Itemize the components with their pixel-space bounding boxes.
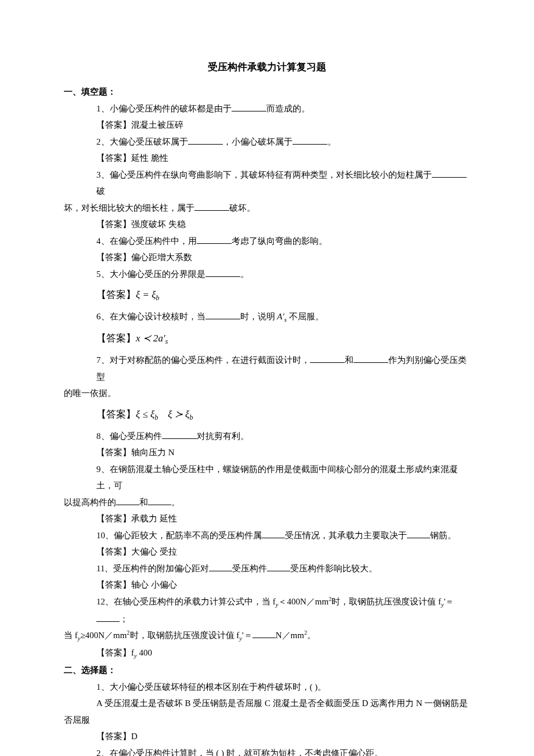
q9-line2-c: 。	[171, 498, 180, 507]
q7-text-a: 7、对于对称配筋的偏心受压构件，在进行截面设计时，	[96, 355, 310, 365]
q12-b: ＜400N／mm	[278, 597, 329, 606]
blank	[148, 496, 171, 505]
q11-text-c: 受压构件影响比较大。	[290, 564, 377, 573]
q10-text-a: 10、偏心距较大，配筋率不高的受压构件属	[96, 531, 262, 540]
q2-text-c: 。	[327, 137, 336, 146]
blank	[197, 235, 232, 244]
a8: 【答案】轴向压力 N	[64, 444, 470, 461]
blank	[205, 268, 240, 277]
q12-line2: 当 fy≥400N／mm2时，取钢筋抗压强度设计值 fy'＝N／mm2。	[64, 627, 470, 645]
blank	[162, 430, 197, 438]
a6-label: 【答案】	[96, 333, 136, 344]
section1-heading: 一、填空题：	[64, 84, 470, 100]
q8: 8、偏心受压构件对抗剪有利。	[64, 428, 470, 445]
blank	[209, 562, 232, 571]
a4: 【答案】偏心距增大系数	[64, 249, 470, 266]
a10: 【答案】大偏心 受拉	[64, 543, 470, 560]
q9-line2-b: 和	[139, 498, 148, 507]
blank	[267, 562, 290, 571]
blank	[96, 613, 120, 621]
a11: 【答案】轴心 小偏心	[64, 577, 470, 593]
q8-text-a: 8、偏心受压构件	[96, 431, 162, 441]
q6-formula: A′s	[277, 312, 287, 321]
blank	[116, 496, 139, 505]
q7-text-b: 和	[345, 355, 353, 365]
q1: 1、小偏心受压构件的破坏都是由于而造成的。	[64, 100, 470, 117]
q12-l2-d: '＝	[242, 631, 252, 640]
a7-label: 【答案】	[96, 409, 136, 420]
a7-formula1: ξ ≤ ξb	[136, 409, 158, 420]
a1: 【答案】混凝土被压碎	[64, 117, 470, 134]
q2: 2、大偏心受压破坏属于，小偏心破坏属于。	[64, 134, 470, 150]
a2: 【答案】延性 脆性	[64, 150, 470, 167]
q11: 11、受压构件的附加偏心距对受压构件受压构件影响比较大。	[64, 560, 470, 577]
a7-formula2: ξ ≻ ξb	[168, 409, 193, 420]
q6-text-b: 时，说明	[240, 312, 275, 321]
q10-text-b: 受压情况，其承载力主要取决于	[285, 531, 407, 540]
a3: 【答案】强度破坏 失稳	[64, 216, 470, 233]
q12-l2-e: N／mm	[276, 631, 304, 640]
a6: 【答案】x ≺ 2a′s	[64, 329, 470, 348]
q12-line1: 12、在轴心受压构件的承载力计算公式中，当 fy＜400N／mm2时，取钢筋抗压…	[64, 593, 470, 627]
s2-q1: 1、大小偏心受压破坏特征的根本区别在于构件破坏时，( )。	[64, 679, 470, 696]
blank	[407, 529, 430, 538]
q10-text-c: 钢筋。	[430, 531, 456, 540]
q12-l2-f: 。	[307, 631, 316, 640]
a12: 【答案】fy 400	[64, 645, 470, 662]
a5: 【答案】ξ = ξb	[64, 286, 470, 305]
q6: 6、在大偏心设计校核时，当时，说明 A′s 不屈服。	[64, 308, 470, 326]
a12-label: 【答案】f	[96, 648, 134, 657]
q9-line2: 以提高构件的和。	[64, 494, 470, 511]
q11-text-a: 11、受压构件的附加偏心距对	[96, 564, 209, 573]
q2-text-b: ，小偏心破坏属于	[223, 137, 293, 146]
blank	[205, 311, 240, 319]
blank	[232, 103, 266, 111]
q8-text-b: 对抗剪有利。	[197, 431, 249, 441]
s2-q1-opts: A 受压混凝土是否破坏 B 受压钢筋是否屈服 C 混凝土是否全截面受压 D 远离…	[64, 695, 470, 712]
section2-heading: 二、选择题：	[64, 662, 470, 679]
s2-a1: 【答案】D	[64, 728, 470, 745]
q12-l2-b: ≥400N／mm	[80, 631, 127, 640]
blank	[262, 529, 285, 538]
q9-line1: 9、在钢筋混凝土轴心受压柱中，螺旋钢筋的作用是使截面中间核心部分的混凝土形成约束…	[64, 461, 470, 494]
q7-line1: 7、对于对称配筋的偏心受压构件，在进行截面设计时，和作为判别偏心受压类型	[64, 352, 470, 385]
q3-line2: 坏，对长细比较大的细长柱，属于破坏。	[64, 200, 470, 217]
q9-line2-a: 以提高构件的	[64, 498, 116, 507]
q4-text-a: 4、在偏心受压构件中，用	[96, 236, 197, 246]
q3-line1: 3、偏心受压构件在纵向弯曲影响下，其破坏特征有两种类型，对长细比较小的短柱属于破	[64, 167, 470, 200]
a5-formula: ξ = ξb	[136, 289, 159, 300]
q3-text-b: 破	[96, 186, 105, 196]
s2-q2: 2、在偏心受压构件计算时，当 ( ) 时，就可称为短柱，不考虑修正偏心距。	[64, 745, 470, 756]
a9: 【答案】承载力 延性	[64, 510, 470, 527]
blank	[310, 354, 345, 363]
q3-line2-b: 破坏。	[229, 203, 255, 213]
q4: 4、在偏心受压构件中，用考虑了纵向弯曲的影响。	[64, 233, 470, 250]
q12-l2-c: 时，取钢筋抗压强度设计值 f	[130, 631, 240, 640]
blank	[194, 202, 229, 211]
q10: 10、偏心距较大，配筋率不高的受压构件属受压情况，其承载力主要取决于钢筋。	[64, 527, 470, 544]
blank	[188, 136, 223, 145]
q6-text-c: 不屈服。	[289, 312, 324, 321]
q5-text-b: 。	[240, 269, 249, 279]
q12-d: '＝	[444, 597, 454, 606]
blank	[432, 169, 467, 178]
q3-line2-a: 坏，对长细比较大的细长柱，属于	[64, 203, 194, 213]
s2-q1-opts-line2: 否屈服	[64, 712, 470, 729]
q6-text-a: 6、在大偏心设计校核时，当	[96, 312, 205, 321]
q2-text-a: 2、大偏心受压破坏属于	[96, 137, 188, 146]
q12-c: 时，取钢筋抗压强度设计值 f	[331, 597, 441, 606]
q1-text-b: 而造成的。	[266, 104, 310, 113]
q1-text-a: 1、小偏心受压构件的破坏都是由于	[96, 104, 232, 113]
page-title: 受压构件承载力计算复习题	[64, 58, 470, 77]
blank	[353, 354, 388, 363]
q12-e: ；	[120, 614, 128, 624]
a5-label: 【答案】	[96, 289, 136, 300]
q7-line2: 的唯一依据。	[64, 385, 470, 402]
blank	[293, 136, 327, 145]
q11-text-b: 受压构件	[232, 564, 267, 573]
a7: 【答案】ξ ≤ ξb ξ ≻ ξb	[64, 405, 470, 424]
q12-l2-a: 当 f	[64, 631, 78, 640]
q4-text-b: 考虑了纵向弯曲的影响。	[232, 236, 327, 246]
q3-text-a: 3、偏心受压构件在纵向弯曲影响下，其破坏特征有两种类型，对长细比较小的短柱属于	[96, 170, 432, 179]
a6-formula: x ≺ 2a′s	[136, 333, 168, 344]
